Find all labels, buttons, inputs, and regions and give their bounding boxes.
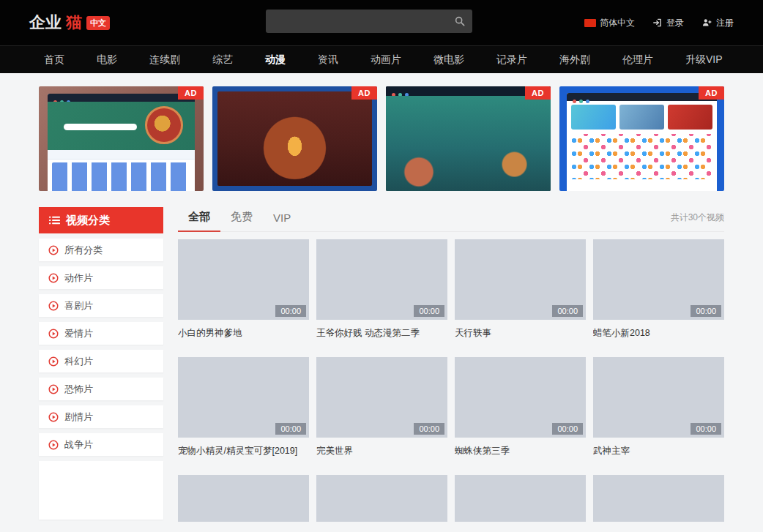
search-icon <box>454 15 466 27</box>
video-card[interactable]: 00:00 蜘蛛侠第三季 <box>455 357 586 457</box>
sidebar-item-scifi[interactable]: 科幻片 <box>39 350 163 372</box>
video-thumbnail[interactable] <box>316 475 447 522</box>
video-thumbnail[interactable]: 00:00 <box>455 239 586 320</box>
video-total-count: 共计30个视频 <box>671 211 724 231</box>
play-circle-icon <box>48 329 59 339</box>
banner-art <box>48 150 195 160</box>
nav-item-movies[interactable]: 电影 <box>97 53 117 67</box>
user-plus-icon <box>701 18 712 28</box>
video-thumbnail[interactable]: 00:00 <box>178 239 309 320</box>
ad-badge: AD <box>351 86 377 100</box>
browser-dots-icon <box>573 100 576 103</box>
video-title[interactable]: 武神主宰 <box>593 445 724 457</box>
video-thumbnail[interactable] <box>593 475 724 522</box>
video-thumbnail[interactable]: 00:00 <box>316 239 447 320</box>
ad-banner-row: AD AD AD AD <box>39 86 724 191</box>
play-circle-icon <box>48 384 59 394</box>
nav-item-ethics[interactable]: 伦理片 <box>622 53 653 67</box>
video-title[interactable]: 宠物小精灵/精灵宝可梦[2019] <box>178 445 309 457</box>
language-switch[interactable]: 简体中文 <box>584 17 635 29</box>
sidebar-header: 视频分类 <box>39 207 163 233</box>
banner-art <box>52 162 190 191</box>
ad-banner-4[interactable]: AD <box>559 86 724 191</box>
video-title[interactable]: 完美世界 <box>316 445 447 457</box>
nav-item-variety[interactable]: 综艺 <box>212 53 233 67</box>
banner-art <box>145 106 183 144</box>
duration-badge: 00:00 <box>691 305 721 317</box>
ad-badge: AD <box>699 86 724 100</box>
video-card[interactable] <box>316 475 447 522</box>
ad-banner-3[interactable]: AD <box>386 86 551 191</box>
video-title[interactable]: 蜡笔小新2018 <box>593 327 724 340</box>
site-logo[interactable]: 企业猫 中文 <box>29 12 110 34</box>
nav-item-anime[interactable]: 动漫 <box>265 53 286 67</box>
duration-badge: 00:00 <box>552 423 583 435</box>
ad-banner-1[interactable]: AD <box>39 86 204 191</box>
video-card[interactable]: 00:00 完美世界 <box>316 357 447 457</box>
nav-item-upgrade-vip[interactable]: 升级VIP <box>685 53 723 67</box>
video-thumbnail[interactable] <box>455 475 586 522</box>
duration-badge: 00:00 <box>275 423 306 435</box>
search-button[interactable] <box>447 10 472 33</box>
video-thumbnail[interactable]: 00:00 <box>593 357 724 438</box>
video-thumbnail[interactable]: 00:00 <box>178 357 309 438</box>
video-card[interactable] <box>455 475 586 522</box>
nav-item-cartoon[interactable]: 动画片 <box>371 53 401 67</box>
video-title[interactable]: 蜘蛛侠第三季 <box>455 445 586 457</box>
video-card[interactable]: 00:00 王爷你好贱 动态漫第二季 <box>316 239 447 340</box>
video-grid: 00:00 小白的男神爹地 00:00 王爷你好贱 动态漫第二季 00:00 天… <box>178 239 724 522</box>
video-thumbnail[interactable]: 00:00 <box>316 357 447 438</box>
video-card[interactable]: 00:00 蜡笔小新2018 <box>593 239 724 340</box>
play-circle-icon <box>48 356 59 367</box>
ad-banner-2[interactable]: AD <box>212 86 377 191</box>
video-card[interactable]: 00:00 武神主宰 <box>593 357 724 457</box>
banner-art <box>64 124 137 130</box>
video-title[interactable]: 小白的男神爹地 <box>178 327 309 340</box>
sidebar-item-all-categories[interactable]: 所有分类 <box>39 239 163 261</box>
video-thumbnail[interactable]: 00:00 <box>593 239 724 320</box>
video-thumbnail[interactable] <box>178 475 309 522</box>
duration-badge: 00:00 <box>691 423 721 435</box>
sidebar-title: 视频分类 <box>66 214 110 228</box>
sidebar-item-label: 所有分类 <box>64 244 103 257</box>
video-title[interactable]: 王爷你好贱 动态漫第二季 <box>316 327 447 340</box>
sidebar-item-comedy[interactable]: 喜剧片 <box>39 294 163 317</box>
play-circle-icon <box>48 301 59 311</box>
sidebar-item-romance[interactable]: 爱情片 <box>39 322 163 345</box>
banner-art <box>668 105 712 130</box>
sidebar-item-horror[interactable]: 恐怖片 <box>39 378 163 400</box>
video-card[interactable] <box>178 475 309 522</box>
nav-item-news[interactable]: 资讯 <box>318 53 338 67</box>
logo-text-accent: 猫 <box>66 12 82 34</box>
tab-free[interactable]: 免费 <box>220 207 263 232</box>
sidebar-item-drama[interactable]: 剧情片 <box>39 405 163 428</box>
register-button[interactable]: 注册 <box>701 17 734 29</box>
main-nav: 首页 电影 连续剧 综艺 动漫 资讯 动画片 微电影 记录片 海外剧 伦理片 升… <box>0 45 763 73</box>
nav-item-microfilm[interactable]: 微电影 <box>433 53 464 67</box>
list-icon <box>49 216 60 225</box>
video-card[interactable]: 00:00 小白的男神爹地 <box>178 239 309 340</box>
play-circle-icon <box>48 440 59 450</box>
login-icon <box>652 18 663 28</box>
tab-all[interactable]: 全部 <box>178 207 220 232</box>
banner-art <box>48 94 195 191</box>
login-button[interactable]: 登录 <box>652 17 684 29</box>
video-card[interactable] <box>593 475 724 522</box>
video-thumbnail[interactable]: 00:00 <box>455 357 586 438</box>
nav-item-documentary[interactable]: 记录片 <box>496 53 527 67</box>
sidebar-item-label: 剧情片 <box>64 411 93 424</box>
search-input[interactable] <box>266 10 447 33</box>
sidebar-filler-panel <box>39 461 163 520</box>
nav-item-series[interactable]: 连续剧 <box>149 53 180 67</box>
banner-art <box>619 105 664 130</box>
duration-badge: 00:00 <box>552 305 583 317</box>
sidebar-item-war[interactable]: 战争片 <box>39 433 163 456</box>
video-card[interactable]: 00:00 宠物小精灵/精灵宝可梦[2019] <box>178 357 309 457</box>
video-card[interactable]: 00:00 天行轶事 <box>455 239 586 340</box>
nav-item-overseas[interactable]: 海外剧 <box>559 53 590 67</box>
tab-vip[interactable]: VIP <box>263 209 301 232</box>
sidebar-item-action[interactable]: 动作片 <box>39 266 163 289</box>
nav-item-home[interactable]: 首页 <box>44 53 64 67</box>
play-circle-icon <box>48 245 59 255</box>
video-title[interactable]: 天行轶事 <box>455 327 586 340</box>
